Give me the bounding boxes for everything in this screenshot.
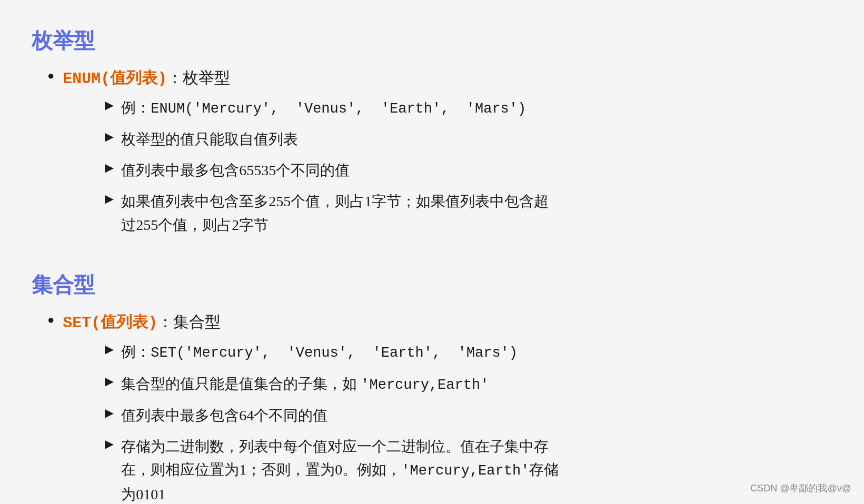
enum-item-3: ▶ 值列表中最多包含65535个不同的值: [105, 159, 549, 183]
set-item-2-text: 集合型的值只能是值集合的子集，如 'Mercury,Earth': [121, 372, 489, 397]
enum-bullet: ●: [47, 69, 54, 83]
arrow-icon-2: ▶: [105, 130, 114, 144]
set-item-3: ▶ 值列表中最多包含64个不同的值: [105, 404, 559, 428]
enum-keyword: ENUM(值列表): [63, 70, 167, 88]
enum-item-3-text: 值列表中最多包含65535个不同的值: [121, 159, 350, 183]
enum-section: 枚举型 ● ENUM(值列表)：枚举型 ▶ 例：ENUM('Mercury', …: [32, 26, 832, 244]
enum-level2-list: ▶ 例：ENUM('Mercury', 'Venus', 'Earth', 'M…: [105, 96, 549, 237]
watermark: CSDN @卑鄙的我@v@: [750, 482, 851, 495]
set-title: 集合型: [32, 270, 832, 299]
set-arrow-icon-1: ▶: [105, 342, 114, 356]
set-item-1-text: 例：SET('Mercury', 'Venus', 'Earth', 'Mars…: [121, 340, 518, 365]
set-item-4-text: 存储为二进制数，列表中每个值对应一个二进制位。值在子集中存在，则相应位置为1；否…: [121, 435, 559, 504]
set-level2-list: ▶ 例：SET('Mercury', 'Venus', 'Earth', 'Ma…: [105, 340, 559, 504]
set-arrow-icon-3: ▶: [105, 406, 114, 420]
enum-item-1-text: 例：ENUM('Mercury', 'Venus', 'Earth', 'Mar…: [121, 96, 526, 120]
set-level1-item: ● SET(值列表)：集合型 ▶ 例：SET('Mercury', 'Venus…: [47, 310, 832, 504]
set-level1-content: SET(值列表)：集合型 ▶ 例：SET('Mercury', 'Venus',…: [63, 310, 559, 504]
enum-level1-item: ● ENUM(值列表)：枚举型 ▶ 例：ENUM('Mercury', 'Ven…: [47, 66, 832, 244]
set-bullet: ●: [47, 313, 54, 327]
set-level1-label: SET(值列表)：集合型: [63, 313, 221, 330]
enum-item-1: ▶ 例：ENUM('Mercury', 'Venus', 'Earth', 'M…: [105, 96, 549, 120]
enum-item-4: ▶ 如果值列表中包含至多255个值，则占1字节；如果值列表中包含超过255个值，…: [105, 190, 549, 237]
arrow-icon-1: ▶: [105, 98, 114, 112]
set-item-2: ▶ 集合型的值只能是值集合的子集，如 'Mercury,Earth': [105, 372, 559, 397]
set-keyword: SET(值列表): [63, 314, 157, 332]
enum-item-2: ▶ 枚举型的值只能取自值列表: [105, 128, 549, 152]
arrow-icon-3: ▶: [105, 161, 114, 175]
set-item-1: ▶ 例：SET('Mercury', 'Venus', 'Earth', 'Ma…: [105, 340, 559, 365]
enum-level1-content: ENUM(值列表)：枚举型 ▶ 例：ENUM('Mercury', 'Venus…: [63, 66, 549, 244]
enum-level1-label: ENUM(值列表)：枚举型: [63, 69, 230, 86]
arrow-icon-4: ▶: [105, 192, 114, 206]
enum-title: 枚举型: [32, 26, 832, 55]
enum-item-4-text: 如果值列表中包含至多255个值，则占1字节；如果值列表中包含超过255个值，则占…: [121, 190, 549, 237]
set-item-4: ▶ 存储为二进制数，列表中每个值对应一个二进制位。值在子集中存在，则相应位置为1…: [105, 435, 559, 504]
set-arrow-icon-4: ▶: [105, 437, 114, 451]
set-item-3-text: 值列表中最多包含64个不同的值: [121, 404, 327, 428]
set-section: 集合型 ● SET(值列表)：集合型 ▶ 例：SET('Mercury', 'V…: [32, 270, 832, 504]
enum-item-2-text: 枚举型的值只能取自值列表: [121, 128, 298, 152]
set-arrow-icon-2: ▶: [105, 375, 114, 388]
